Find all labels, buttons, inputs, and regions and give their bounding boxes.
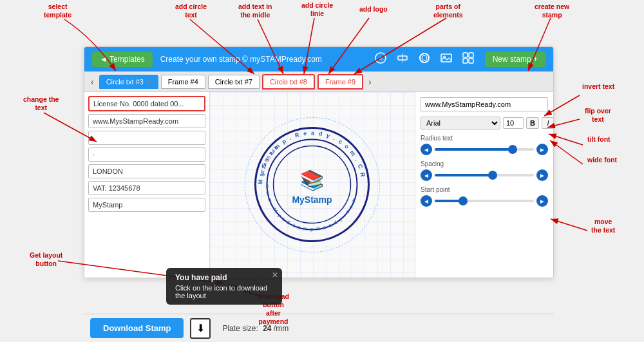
spacing-section: Spacing ◄ ► bbox=[421, 160, 548, 181]
svg-text:A: A bbox=[379, 56, 382, 61]
annotation-add-text-middle: add text inthe midle bbox=[238, 3, 272, 19]
spacing-increase-btn[interactable]: ► bbox=[536, 169, 548, 181]
annotation-invert-text: invert text bbox=[582, 82, 614, 91]
annotation-parts-of: parts ofelements bbox=[433, 3, 463, 19]
annotation-add-circle-linie: add circlelinie bbox=[301, 1, 333, 18]
radius-increase-btn[interactable]: ► bbox=[536, 144, 548, 155]
right-panel: Arial Times New Roman Courier B I ∧ 🖌 Ra… bbox=[415, 92, 553, 278]
top-bar: ◄ Templates Create your own stamp © myST… bbox=[84, 47, 553, 71]
tab-frame-4[interactable]: Frame #4 bbox=[161, 75, 205, 89]
main-content: License No. 0000 dated 00... www.MysStam… bbox=[84, 92, 553, 278]
bottom-bar: Download Stamp ⬇ Plate size: 24 /mm bbox=[84, 314, 554, 342]
parts-elements-icon[interactable] bbox=[462, 52, 475, 67]
svg-point-4 bbox=[420, 53, 429, 62]
tab-circle-txt-8[interactable]: Circle txt #8 bbox=[262, 74, 315, 90]
annotation-move-text: movethe text bbox=[591, 218, 615, 234]
circle-linie-icon[interactable] bbox=[418, 52, 431, 67]
stamp-canvas: M y S t a m p . R e a d y . c o m . C R … bbox=[210, 92, 415, 278]
annotation-change-text: change thetext bbox=[23, 95, 59, 112]
annotation-wide-font: wide font bbox=[587, 156, 617, 164]
tab-label: Circle txt #3 bbox=[106, 78, 144, 86]
spacing-row: ◄ ► bbox=[421, 169, 548, 181]
annotation-add-circle-text: add circletext bbox=[175, 3, 207, 19]
notification-body: Click on the icon to download the layout bbox=[175, 284, 273, 299]
start-point-decrease-btn[interactable]: ◄ bbox=[421, 195, 432, 207]
spacing-track[interactable] bbox=[435, 174, 534, 176]
svg-text:MyStamp: MyStamp bbox=[292, 195, 332, 205]
notification-title: You have paid bbox=[175, 273, 273, 282]
svg-rect-10 bbox=[463, 59, 468, 63]
text-field-3[interactable]: · bbox=[88, 131, 205, 145]
tab-bar: ‹ Circle txt #3 ✕ Frame #4 Circle txt #7… bbox=[84, 71, 553, 92]
italic-button[interactable]: I bbox=[542, 117, 553, 129]
tab-label: Frame #4 bbox=[168, 78, 198, 86]
circle-text-icon[interactable]: A bbox=[374, 52, 387, 67]
tab-label: Frame #9 bbox=[325, 78, 355, 86]
templates-button[interactable]: ◄ Templates bbox=[92, 52, 153, 67]
plate-size-label: Plate size: bbox=[222, 324, 258, 333]
svg-text:📚: 📚 bbox=[300, 169, 325, 192]
app-title: Create your own stamp © mySTAMPready.com bbox=[160, 55, 322, 64]
text-field-6[interactable]: VAT: 12345678 bbox=[88, 181, 205, 195]
tab-label: Circle txt #7 bbox=[215, 78, 252, 86]
svg-rect-8 bbox=[463, 53, 468, 57]
svg-rect-9 bbox=[469, 53, 473, 57]
text-field-7[interactable]: MyStamp bbox=[88, 198, 205, 212]
radius-row: ◄ ► bbox=[421, 144, 548, 155]
text-field-2[interactable]: www.MysStampReady.com bbox=[88, 114, 205, 128]
svg-point-5 bbox=[422, 55, 427, 61]
toolbar-icons: A bbox=[374, 52, 475, 67]
circle-text-input[interactable] bbox=[421, 97, 548, 111]
spacing-label: Spacing bbox=[421, 160, 548, 167]
tab-circle-txt-7[interactable]: Circle txt #7 bbox=[208, 75, 260, 89]
font-select[interactable]: Arial Times New Roman Courier bbox=[421, 117, 500, 129]
text-field-4[interactable]: · bbox=[88, 147, 205, 162]
font-size-input[interactable] bbox=[503, 117, 524, 129]
spacing-decrease-btn[interactable]: ◄ bbox=[421, 169, 432, 181]
annotation-select-template: selecttemplate bbox=[44, 3, 71, 19]
radius-label: Radius text bbox=[421, 135, 548, 142]
notification-box: ✕ You have paid Click on the icon to dow… bbox=[166, 268, 282, 305]
new-stamp-button[interactable]: New stamp + bbox=[485, 52, 545, 67]
tab-frame-9[interactable]: Frame #9 bbox=[317, 74, 363, 90]
download-icon-button[interactable]: ⬇ bbox=[190, 318, 211, 339]
font-controls: Arial Times New Roman Courier B I ∧ 🖌 bbox=[421, 117, 548, 129]
tab-prev-button[interactable]: ‹ bbox=[88, 77, 97, 87]
radius-track[interactable] bbox=[435, 148, 534, 151]
annotation-flip-over-text: flip overtext bbox=[585, 107, 611, 124]
download-stamp-button[interactable]: Download Stamp bbox=[90, 318, 184, 338]
radius-decrease-btn[interactable]: ◄ bbox=[421, 144, 432, 155]
annotation-tilt-font: tilt font bbox=[587, 135, 611, 144]
svg-text:w w w . M y s S t a m p R e a : w w w . M y s S t a m p R e a d y . c o … bbox=[264, 184, 357, 232]
app-window: ◄ Templates Create your own stamp © myST… bbox=[84, 46, 554, 278]
start-point-increase-btn[interactable]: ► bbox=[536, 195, 548, 207]
svg-rect-11 bbox=[469, 59, 473, 63]
start-point-track[interactable] bbox=[435, 200, 534, 202]
text-field-1[interactable]: License No. 0000 dated 00... bbox=[88, 96, 205, 111]
start-point-label: Start point bbox=[421, 186, 548, 193]
notification-close-button[interactable]: ✕ bbox=[272, 271, 278, 280]
left-panel: License No. 0000 dated 00... www.MysStam… bbox=[84, 92, 210, 278]
add-text-middle-icon[interactable] bbox=[396, 52, 409, 67]
add-logo-icon[interactable] bbox=[440, 52, 453, 67]
annotation-add-logo: add logo bbox=[359, 5, 388, 14]
text-field-5[interactable]: LONDON bbox=[88, 164, 205, 178]
tab-label: Circle txt #8 bbox=[270, 78, 307, 86]
annotation-get-layout-btn: Get layoutbutton bbox=[30, 251, 62, 268]
annotation-create-new-stamp: create newstamp bbox=[535, 3, 569, 19]
top-bar-right: A bbox=[374, 52, 545, 67]
start-point-row: ◄ ► bbox=[421, 195, 548, 207]
tab-circle-txt-3[interactable]: Circle txt #3 ✕ bbox=[99, 75, 158, 89]
tab-next-button[interactable]: › bbox=[366, 77, 374, 87]
radius-section: Radius text ◄ ► bbox=[421, 135, 548, 155]
start-point-section: Start point ◄ ► bbox=[421, 186, 548, 207]
svg-rect-6 bbox=[441, 54, 451, 62]
bold-button[interactable]: B bbox=[526, 117, 539, 129]
tab-close-icon[interactable]: ✕ bbox=[146, 78, 151, 85]
